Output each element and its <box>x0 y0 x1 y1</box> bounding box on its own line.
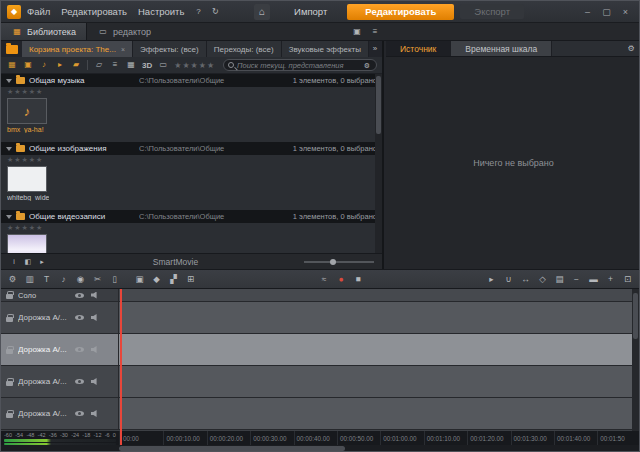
video-monitor-icon[interactable] <box>75 315 84 320</box>
timeline-settings-icon[interactable]: ⚙ <box>6 273 19 286</box>
lock-icon[interactable] <box>6 349 13 354</box>
library-scrollbar[interactable] <box>375 74 382 253</box>
tab-effects[interactable]: Эффекты: (все) <box>133 41 207 57</box>
ripple-icon[interactable]: ↔ <box>519 273 532 286</box>
smartmovie-button[interactable]: SmartMovie <box>153 257 198 267</box>
refresh-icon[interactable]: ↻ <box>209 6 221 18</box>
home-button[interactable]: ⌂ <box>254 4 270 20</box>
timeline-scrollbar[interactable] <box>1 445 639 452</box>
keyframe-icon[interactable]: ◇ <box>536 273 549 286</box>
voiceover-icon[interactable]: ◉ <box>74 273 87 286</box>
undock-panel-icon[interactable]: ▣ <box>351 26 363 38</box>
trash-icon[interactable]: ▯ <box>108 273 121 286</box>
maximize-button[interactable]: ▢ <box>601 7 612 17</box>
video-filter-icon[interactable]: ▸ <box>54 59 66 71</box>
audio-monitor-icon[interactable] <box>91 314 99 321</box>
asset-video[interactable] <box>7 234 57 253</box>
audio-scrub-icon[interactable]: ≈ <box>318 273 331 286</box>
time-scale[interactable]: 00:0000:00:10.0000:00:20.0000:00:30.0000… <box>119 431 639 445</box>
asset-music[interactable]: ♪ bmx_ya-ha! <box>7 98 57 142</box>
lock-icon[interactable] <box>6 381 13 386</box>
music-thumbnail[interactable]: ♪ <box>7 98 47 124</box>
menu-item[interactable]: Файл <box>27 6 50 17</box>
zoom-in-icon[interactable]: + <box>604 273 617 286</box>
tab-timeline[interactable]: Временная шкала <box>451 41 552 56</box>
zoom-out-icon[interactable]: − <box>570 273 583 286</box>
edit-mode-button[interactable]: Редактировать <box>347 4 454 20</box>
fit-project-icon[interactable]: ⊡ <box>621 273 634 286</box>
preview-settings-icon[interactable]: ⚙ <box>625 43 637 55</box>
tab-project-bin[interactable]: Корзина проекта: The... × <box>22 41 133 57</box>
collections-icon[interactable]: ▦ <box>6 59 18 71</box>
rating-filter[interactable]: ★★★★★ <box>174 61 215 70</box>
edit-mode-icon[interactable]: ▸ <box>485 273 498 286</box>
export-button[interactable]: Экспорт <box>460 4 524 19</box>
video-monitor-icon[interactable] <box>75 293 84 298</box>
image-thumbnail[interactable] <box>7 166 47 192</box>
timeline-ruler[interactable]: -60-54-48-42-36-30-24-18-12-60 00:0000:0… <box>1 431 639 445</box>
magnet-icon[interactable]: ∪ <box>502 273 515 286</box>
rating-stars[interactable]: ★★★★★ <box>1 223 382 232</box>
playhead[interactable] <box>120 289 122 445</box>
track-content[interactable] <box>119 366 639 397</box>
scrollbar-handle[interactable] <box>633 293 638 339</box>
track-content[interactable] <box>119 398 639 429</box>
slider-knob[interactable] <box>330 259 336 265</box>
track-size-icon[interactable]: ▤ <box>553 273 566 286</box>
thumbnail-size-slider[interactable] <box>304 257 374 267</box>
audio-mixer-icon[interactable]: ▥ <box>23 273 36 286</box>
asset-image[interactable]: whitebg_wide <box>7 166 57 210</box>
editor-toggle[interactable]: ▭ редактор <box>87 26 161 38</box>
collapse-icon[interactable] <box>6 215 12 219</box>
track-header[interactable]: Дорожка А/... <box>1 334 119 365</box>
video-thumbnail[interactable] <box>7 234 47 253</box>
video-monitor-icon[interactable] <box>75 411 84 416</box>
tabs-scroll-right-icon[interactable]: » <box>369 43 381 55</box>
thumbnail-view-icon[interactable]: ▦ <box>125 59 137 71</box>
lock-icon[interactable] <box>6 413 13 418</box>
group-header[interactable]: Общие изображения C:\Пользователи\Общие … <box>1 142 382 155</box>
search-input[interactable] <box>237 61 359 70</box>
help-icon[interactable]: ? <box>192 6 204 18</box>
audio-filter-icon[interactable]: ♪ <box>38 59 50 71</box>
marker-icon[interactable]: ◆ <box>150 273 163 286</box>
track-content[interactable] <box>119 289 639 301</box>
track-content[interactable] <box>119 302 639 333</box>
scrollbar-handle[interactable] <box>119 446 345 451</box>
audio-monitor-icon[interactable] <box>91 346 99 353</box>
audio-monitor-icon[interactable] <box>91 292 99 299</box>
transition-icon[interactable]: ▞ <box>167 273 180 286</box>
scrollbar-handle[interactable] <box>376 76 381 134</box>
audio-monitor-icon[interactable] <box>91 378 99 385</box>
menu-item[interactable]: Настроить <box>138 6 184 17</box>
video-monitor-icon[interactable] <box>75 379 84 384</box>
tab-close-icon[interactable]: × <box>121 46 125 53</box>
track-header[interactable]: Дорожка А/... <box>1 302 119 333</box>
close-button[interactable]: × <box>620 7 631 17</box>
title-editor-icon[interactable]: T <box>40 273 53 286</box>
razor-icon[interactable]: ✂ <box>91 273 104 286</box>
projects-icon[interactable]: ▰ <box>70 59 82 71</box>
search-box[interactable]: ⚙ <box>223 59 377 71</box>
import-button[interactable]: Импорт <box>280 4 341 19</box>
library-workspace-tab[interactable]: ▦ Библиотека <box>1 23 87 40</box>
rating-stars[interactable]: ★★★★★ <box>1 87 382 96</box>
track-content[interactable] <box>119 334 639 365</box>
subproject-icon[interactable]: ⊞ <box>184 273 197 286</box>
rating-stars[interactable]: ★★★★★ <box>1 155 382 164</box>
timeline-vertical-scrollbar[interactable] <box>632 289 639 431</box>
collapse-icon[interactable] <box>6 79 12 83</box>
record-icon[interactable]: ● <box>335 273 348 286</box>
collapse-icon[interactable] <box>6 147 12 151</box>
group-header[interactable]: Общая музыка C:\Пользователи\Общие 1 эле… <box>1 74 382 87</box>
scene-view-icon[interactable]: ▭ <box>157 59 169 71</box>
minimize-button[interactable]: – <box>582 7 593 17</box>
scorefitter-icon[interactable]: ♪ <box>57 273 70 286</box>
track-header[interactable]: Соло <box>1 289 119 301</box>
group-header[interactable]: Общие видеозаписи C:\Пользователи\Общие … <box>1 210 382 223</box>
snapshot-icon[interactable]: ▣ <box>133 273 146 286</box>
photos-icon[interactable]: ▣ <box>22 59 34 71</box>
audio-monitor-icon[interactable] <box>91 410 99 417</box>
video-monitor-icon[interactable] <box>75 347 84 352</box>
track-header[interactable]: Дорожка А/... <box>1 398 119 429</box>
